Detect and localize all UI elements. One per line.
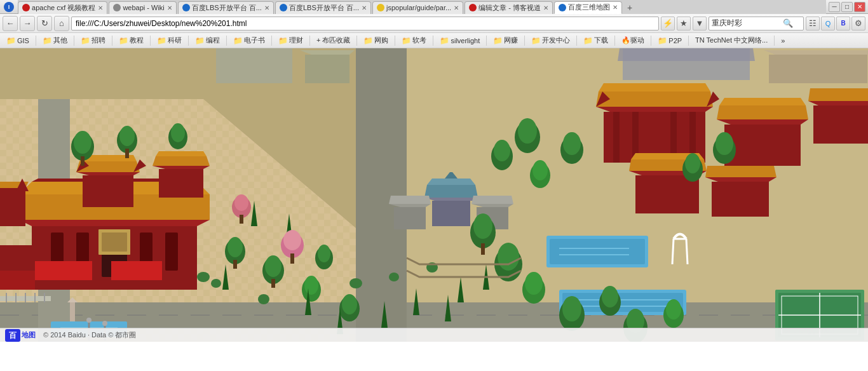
home-button[interactable]: ⌂: [54, 16, 69, 31]
svg-marker-75: [599, 83, 710, 91]
bookmark-download[interactable]: 📁 下载: [580, 34, 612, 47]
tab-favicon: [182, 4, 190, 11]
tab-favicon: [377, 4, 384, 11]
svg-rect-92: [769, 55, 867, 83]
folder-icon: 📁: [195, 36, 205, 45]
lightning-icon[interactable]: ⚡: [661, 17, 675, 30]
settings-icon[interactable]: ⚙: [851, 17, 865, 30]
tab-webapi[interactable]: webapi - Wiki ✕: [109, 1, 176, 14]
address-bar[interactable]: file:///C:/Users/zhuwei/Desktop/new%20%2…: [71, 17, 659, 30]
folder-icon: 📁: [278, 36, 288, 45]
maximize-button[interactable]: □: [841, 2, 853, 12]
grid-view-icon[interactable]: ☷: [806, 17, 820, 30]
svg-marker-88: [808, 88, 868, 101]
bookmark-research[interactable]: 📁 科研: [153, 34, 186, 47]
tab-close-btn[interactable]: ✕: [613, 4, 618, 11]
bookmark-separator: [395, 36, 395, 46]
refresh-button[interactable]: ↻: [37, 16, 52, 31]
bookmark-finance[interactable]: 📁 理财: [275, 34, 307, 47]
bookmark-separator: [150, 36, 151, 46]
svg-point-112: [171, 123, 185, 142]
tab-close-btn[interactable]: ✕: [264, 4, 269, 11]
svg-rect-110: [125, 149, 129, 158]
svg-rect-61: [432, 201, 470, 226]
search-button[interactable]: 🔍: [783, 18, 793, 28]
bookmark-p2p[interactable]: 📁 P2P: [654, 34, 686, 47]
tab-lbs1[interactable]: 百度LBS开放平台 百... ✕: [178, 1, 274, 14]
svg-point-138: [563, 132, 581, 155]
tab-baidu-3d-map[interactable]: 百度三维地图 ✕: [554, 1, 622, 14]
bookmark-silverlight[interactable]: 📁 silverlight: [436, 34, 484, 47]
tab-bar: apache cxf 视频教程 ✕ webapi - Wiki ✕ 百度LBS开…: [18, 0, 826, 14]
svg-marker-85: [719, 98, 806, 105]
bookmark-ebooks[interactable]: 📁 电子书: [229, 34, 269, 47]
tab-close-btn[interactable]: ✕: [543, 4, 548, 11]
tab-close-btn[interactable]: ✕: [454, 4, 459, 11]
svg-rect-98: [635, 175, 699, 213]
back-button[interactable]: ←: [3, 16, 18, 31]
svg-point-177: [102, 321, 107, 326]
svg-point-140: [532, 160, 548, 180]
bookmark-shopping[interactable]: 📁 网购: [360, 34, 392, 47]
bookmark-driver[interactable]: 🔥 驱动: [618, 34, 648, 47]
svg-point-120: [304, 276, 318, 295]
svg-rect-115: [233, 260, 237, 269]
folder-icon: 📁: [658, 36, 667, 45]
minimize-button[interactable]: ─: [829, 2, 840, 12]
new-tab-button[interactable]: +: [623, 1, 636, 14]
search-input[interactable]: 重庆时彩: [712, 19, 782, 28]
svg-marker-45: [0, 271, 35, 290]
bookmark-separator: [774, 36, 775, 46]
bookmark-wanzhuan[interactable]: 📁 网赚: [489, 34, 522, 47]
tab-jspopular[interactable]: jspopular/guide/par... ✕: [372, 1, 463, 14]
bookmark-dev-center[interactable]: 📁 开发中心: [527, 34, 574, 47]
bookmark-technet[interactable]: TN TechNet 中文网络...: [691, 34, 771, 47]
svg-marker-60: [156, 151, 207, 156]
svg-rect-47: [0, 188, 25, 226]
svg-marker-63: [424, 185, 478, 198]
tab-lbs2[interactable]: 百度LBS开放平台 百... ✕: [275, 1, 371, 14]
svg-point-175: [86, 318, 92, 323]
baidu-map-text: 地图: [22, 330, 36, 340]
forward-button[interactable]: →: [20, 16, 35, 31]
svg-marker-73: [596, 107, 713, 112]
tab-close-btn[interactable]: ✕: [167, 4, 172, 11]
tab-close-btn[interactable]: ✕: [98, 4, 103, 11]
tab-close-btn[interactable]: ✕: [362, 4, 367, 11]
bookmark-separator: [309, 36, 310, 46]
bookmark-separator: [36, 36, 36, 46]
tab-blog-edit[interactable]: 编辑文章 - 博客视道 ✕: [465, 1, 553, 14]
tab-favicon: [280, 4, 287, 11]
tab-favicon: [113, 4, 121, 11]
map-container[interactable]: tianshengguo.com 百 地图 © 2014 Baidu · Dat…: [0, 48, 868, 342]
bookmark-separator: [651, 36, 651, 46]
bookmark-fabric[interactable]: + 布匹收藏: [313, 34, 354, 47]
address-dropdown-icon[interactable]: ▼: [693, 17, 707, 30]
toolbar-right: ☷ Q B ⚙: [806, 17, 865, 30]
baidu-b-logo: 百: [5, 329, 20, 342]
bookmark-separator: [112, 36, 112, 46]
svg-point-157: [562, 296, 581, 321]
bookmark-tutorials[interactable]: 📁 教程: [115, 34, 147, 47]
qq-icon[interactable]: Q: [821, 17, 835, 30]
bookmark-gis[interactable]: 📁 GIS: [3, 34, 33, 47]
svg-point-122: [318, 245, 330, 262]
svg-point-117: [265, 255, 281, 277]
svg-marker-87: [808, 101, 868, 105]
folder-icon: 📁: [233, 36, 243, 45]
bookmark-programming[interactable]: 📁 编程: [191, 34, 224, 47]
map-bottom-bar: 百 地图 © 2014 Baidu · Data © 都市圈: [0, 328, 868, 342]
svg-rect-42: [102, 233, 127, 252]
bookmark-jobs[interactable]: 📁 招聘: [77, 34, 109, 47]
svg-rect-107: [81, 156, 85, 166]
bookmark-more[interactable]: »: [777, 34, 789, 47]
tab-apache-cxf[interactable]: apache cxf 视频教程 ✕: [18, 1, 107, 14]
star-icon[interactable]: ★: [677, 17, 691, 30]
svg-rect-40: [165, 233, 178, 271]
bookmark-other[interactable]: 📁 其他: [39, 34, 71, 47]
titlebar: I apache cxf 视频教程 ✕ webapi - Wiki ✕ 百度LB…: [0, 0, 868, 14]
baidu-icon[interactable]: B: [836, 17, 850, 30]
close-button[interactable]: ✕: [854, 2, 865, 12]
bookmark-exam[interactable]: 📁 软考: [398, 34, 430, 47]
svg-rect-118: [271, 279, 275, 288]
